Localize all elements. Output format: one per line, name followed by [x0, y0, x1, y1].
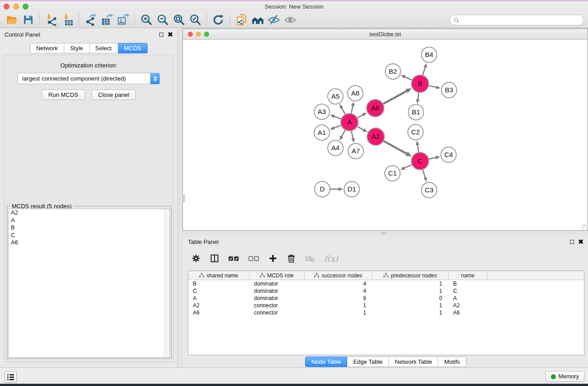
graph-node-D[interactable]: D — [315, 181, 330, 197]
graph-node-A1[interactable]: A1 — [314, 125, 330, 140]
cell-predecessor-nodes[interactable]: 1 — [373, 302, 449, 309]
graph-node-A3[interactable]: A3 — [314, 104, 330, 119]
run-mcds-button[interactable]: Run MCDS — [42, 90, 85, 100]
export-image-button[interactable] — [115, 13, 131, 27]
table-row[interactable]: Bdominator41B — [188, 280, 584, 287]
cell-MCDS-role[interactable]: connector — [249, 310, 305, 316]
criterion-dropdown[interactable]: largest connected component (directed) — [18, 73, 160, 84]
zoom-fit-button[interactable] — [171, 13, 187, 27]
graph-edge-A6-B[interactable] — [383, 88, 412, 104]
graph-node-A6[interactable]: A6 — [367, 100, 384, 117]
delete-column-button[interactable] — [287, 254, 296, 263]
graph-edge-A-A6[interactable] — [358, 113, 367, 118]
deselect-all-columns-button[interactable] — [249, 256, 259, 262]
cell-shared-name[interactable]: A6 — [188, 310, 249, 316]
column-header-shared-name[interactable]: shared name — [188, 271, 249, 280]
tab-mcds[interactable]: MCDS — [118, 43, 148, 53]
import-network-button[interactable] — [43, 13, 59, 27]
tab-network[interactable]: Network — [30, 43, 64, 53]
zoom-selected-button[interactable] — [187, 13, 203, 27]
graph-edge-B-B2[interactable] — [401, 75, 411, 80]
table-body[interactable]: Bdominator41BCdominator41CAdominator80AA… — [188, 280, 584, 316]
tab-network-table[interactable]: Network Table — [389, 357, 438, 367]
graph-edge-A-A7[interactable] — [351, 131, 355, 143]
result-item[interactable]: A — [9, 217, 170, 224]
network-from-selection-button[interactable] — [233, 13, 249, 27]
mcds-result-list[interactable]: A2ABCA6 — [8, 209, 170, 357]
cell-MCDS-role[interactable]: dominator — [249, 295, 305, 301]
graph-edge-D-D1[interactable] — [330, 187, 343, 191]
column-header-predecessor-nodes[interactable]: predecessor nodes — [373, 271, 449, 280]
graph-edge-C-C1[interactable] — [400, 165, 411, 170]
cell-name[interactable]: A2 — [449, 302, 488, 309]
cell-MCDS-role[interactable]: dominator — [249, 288, 305, 294]
graph-node-A8[interactable]: A8 — [348, 86, 363, 101]
graph-node-A7[interactable]: A7 — [348, 143, 363, 159]
save-session-button[interactable] — [20, 13, 36, 27]
graph-node-B[interactable]: B — [411, 75, 429, 92]
cell-successor-nodes[interactable]: 4 — [305, 288, 373, 294]
graph-edge-A-A8[interactable] — [351, 102, 354, 114]
cell-predecessor-nodes[interactable]: 1 — [373, 288, 449, 294]
tab-motifs[interactable]: Motifs — [438, 357, 466, 367]
cell-predecessor-nodes[interactable]: 1 — [373, 281, 449, 287]
show-all-button[interactable] — [249, 13, 266, 27]
node-table[interactable]: shared nameMCDS rolesuccessor nodesprede… — [188, 271, 584, 355]
network-canvas[interactable]: B4B2BB3A8A5A6A3B1AC2A1A2A4A7C4CC1C3DD1 — [183, 40, 588, 230]
table-row[interactable]: Cdominator41C — [188, 287, 584, 295]
window-resize-grip[interactable] — [581, 224, 587, 230]
float-panel-icon[interactable] — [570, 240, 574, 244]
horizontal-splitter-handle[interactable] — [382, 232, 386, 234]
graph-edge-A-A4[interactable] — [339, 130, 345, 141]
cell-name[interactable]: C — [449, 288, 488, 294]
column-header-successor-nodes[interactable]: successor nodes — [305, 271, 373, 280]
graph-node-C2[interactable]: C2 — [408, 124, 423, 140]
table-row[interactable]: Adominator80A — [188, 295, 584, 302]
cell-name[interactable]: B — [449, 281, 488, 287]
close-panel-icon[interactable]: ✖ — [578, 239, 583, 244]
cell-shared-name[interactable]: A — [188, 295, 249, 301]
select-all-columns-button[interactable] — [229, 256, 239, 262]
cell-successor-nodes[interactable]: 8 — [305, 295, 373, 301]
network-view-window[interactable]: testGlobe.txt B4B2BB3A8A5A6A3B1AC2A1A2A4… — [182, 29, 588, 231]
task-history-button[interactable] — [5, 371, 17, 383]
graph-node-B2[interactable]: B2 — [385, 64, 401, 79]
close-panel-icon[interactable]: ✖ — [167, 32, 173, 37]
float-panel-icon[interactable] — [159, 33, 163, 37]
graph-edge-A-A1[interactable] — [330, 125, 341, 129]
graph-node-D1[interactable]: D1 — [344, 181, 359, 197]
tab-style[interactable]: Style — [64, 43, 90, 53]
graph-node-A[interactable]: A — [341, 114, 358, 131]
table-settings-button[interactable] — [191, 254, 201, 263]
graph-node-A4[interactable]: A4 — [328, 140, 343, 156]
network-graph[interactable]: B4B2BB3A8A5A6A3B1AC2A1A2A4A7C4CC1C3DD1 — [183, 40, 588, 230]
result-scrollbar[interactable] — [164, 209, 170, 357]
graph-edge-C-C2[interactable] — [416, 141, 420, 152]
cell-MCDS-role[interactable]: connector — [249, 302, 305, 309]
close-panel-button[interactable]: Close panel — [91, 90, 136, 100]
graph-edge-A-A2[interactable] — [358, 127, 368, 132]
cell-successor-nodes[interactable]: 4 — [305, 281, 373, 287]
cell-predecessor-nodes[interactable]: 0 — [373, 295, 449, 301]
graph-edge-C-C3[interactable] — [423, 170, 427, 182]
search-input[interactable] — [462, 17, 580, 23]
zoom-out-button[interactable] — [154, 13, 171, 27]
split-view-button[interactable] — [210, 254, 219, 263]
table-row[interactable]: A2connector11A2 — [188, 302, 584, 309]
graph-edge-C-C4[interactable] — [429, 156, 440, 159]
network-window-titlebar[interactable]: testGlobe.txt — [183, 29, 588, 40]
memory-button[interactable]: Memory — [545, 371, 584, 382]
graph-node-B4[interactable]: B4 — [421, 47, 437, 62]
graph-edge-A-A5[interactable] — [339, 104, 345, 114]
vertical-splitter-handle[interactable] — [182, 195, 185, 202]
tab-select[interactable]: Select — [90, 43, 118, 53]
graph-edge-B-B1[interactable] — [416, 93, 420, 104]
graph-node-A5[interactable]: A5 — [328, 89, 343, 104]
cell-MCDS-role[interactable]: dominator — [249, 281, 305, 287]
graph-node-C[interactable]: C — [411, 152, 429, 170]
search-field[interactable] — [449, 14, 584, 25]
graph-edge-A-A3[interactable] — [330, 114, 341, 119]
graph-node-A2[interactable]: A2 — [367, 128, 384, 145]
graph-edge-A2-C[interactable] — [384, 141, 412, 157]
export-table-button[interactable] — [99, 13, 115, 27]
